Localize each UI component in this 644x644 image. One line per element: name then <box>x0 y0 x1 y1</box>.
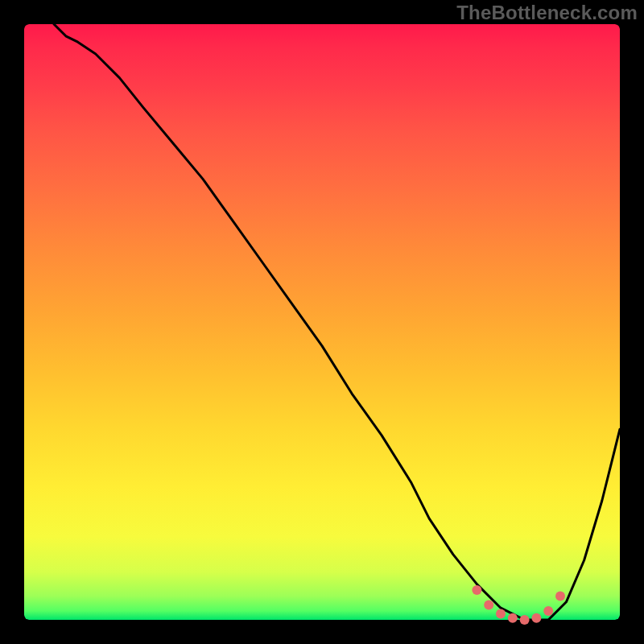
plot-area <box>24 24 620 620</box>
highlight-dot <box>472 585 481 595</box>
chart-stage: TheBottleneck.com <box>0 0 644 644</box>
highlight-dot <box>531 613 541 623</box>
highlight-dot <box>555 591 565 601</box>
optimal-zone-markers <box>24 24 620 620</box>
watermark-text: TheBottleneck.com <box>456 2 638 24</box>
highlight-dot <box>508 613 518 623</box>
highlight-dot <box>496 609 506 619</box>
highlight-dot <box>484 601 493 610</box>
highlight-dot <box>520 615 530 625</box>
highlight-dot <box>543 606 553 616</box>
